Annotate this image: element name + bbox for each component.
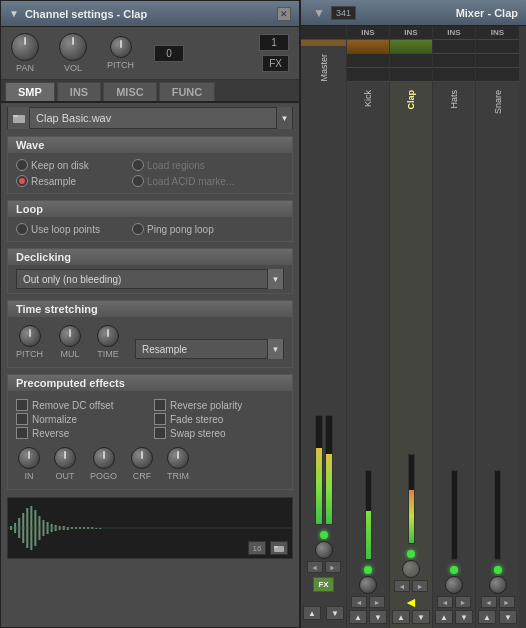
tab-func[interactable]: FUNC [159, 82, 216, 101]
hats-led[interactable] [450, 566, 458, 574]
load-acid-option[interactable]: Load ACID marke... [132, 175, 242, 187]
reverse-polarity-check[interactable] [154, 399, 166, 411]
hats-up-btn[interactable]: ▲ [435, 610, 453, 624]
load-acid-radio[interactable] [132, 175, 144, 187]
pitch-knob[interactable] [110, 36, 132, 58]
kick-down-btn[interactable]: ▼ [369, 610, 387, 624]
remove-dc-option[interactable]: Remove DC offset [16, 399, 146, 411]
waveform-zoom-btn[interactable]: 16 [248, 541, 266, 555]
hats-bottom: ◄ ► [433, 564, 475, 610]
clap-ins-label: INS [390, 26, 432, 40]
fade-stereo-check[interactable] [154, 413, 166, 425]
snare-led[interactable] [494, 566, 502, 574]
tab-smp[interactable]: SMP [5, 82, 55, 101]
pitch-value-display[interactable]: 0 [154, 45, 184, 62]
tab-ins[interactable]: INS [57, 82, 101, 101]
hats-down-btn[interactable]: ▼ [455, 610, 473, 624]
loop-points-label: Use loop points [31, 224, 100, 235]
normalize-check[interactable] [16, 413, 28, 425]
clap-send-right[interactable]: ► [412, 580, 428, 592]
clap-arrow-indicator[interactable]: ◄ [404, 594, 418, 610]
ts-time-knob[interactable] [97, 325, 119, 347]
keep-on-disk-radio[interactable] [16, 159, 28, 171]
snare-pan-knob[interactable] [489, 576, 507, 594]
master-up-btn[interactable]: ▲ [303, 606, 321, 620]
declicking-content: Out only (no bleeding) ▼ [8, 265, 292, 293]
file-selector[interactable]: Clap Basic.wav ▼ [7, 107, 293, 129]
collapse-arrow[interactable]: ▼ [9, 8, 19, 19]
reverse-polarity-option[interactable]: Reverse polarity [154, 399, 284, 411]
vol-knob[interactable] [59, 33, 87, 61]
tab-misc[interactable]: MISC [103, 82, 157, 101]
master-fx-badge[interactable]: FX [313, 577, 333, 592]
in-knob[interactable] [18, 447, 40, 469]
kick-fader-area: Kick [361, 82, 375, 564]
kick-slot1[interactable] [347, 40, 389, 54]
ts-mode-arrow[interactable]: ▼ [267, 339, 283, 359]
snare-send-right[interactable]: ► [499, 596, 515, 608]
reverse-check[interactable] [16, 427, 28, 439]
fx-value-display[interactable]: 1 [259, 34, 289, 51]
resample-option[interactable]: Resample [16, 175, 126, 187]
ts-mul-knob[interactable] [59, 325, 81, 347]
declicking-section: Declicking Out only (no bleeding) ▼ [7, 248, 293, 294]
kick-send-right[interactable]: ► [369, 596, 385, 608]
precomputed-content: Remove DC offset Reverse polarity Normal… [8, 391, 292, 489]
out-knob[interactable] [54, 447, 76, 469]
declicking-arrow[interactable]: ▼ [267, 269, 283, 289]
remove-dc-check[interactable] [16, 399, 28, 411]
mixer-channel-hats: INS Hats ◄ ► [433, 26, 476, 628]
kick-pan-knob[interactable] [359, 576, 377, 594]
ts-mode-dropdown[interactable]: Resample ▼ [135, 339, 284, 359]
trim-knob[interactable] [167, 447, 189, 469]
master-send-left[interactable]: ◄ [307, 561, 323, 573]
declicking-dropdown[interactable]: Out only (no bleeding) ▼ [16, 269, 284, 289]
close-button[interactable]: ✕ [277, 7, 291, 21]
kick-vu-fill [366, 511, 371, 559]
precomputed-header: Precomputed effects [8, 375, 292, 391]
clap-send-left[interactable]: ◄ [394, 580, 410, 592]
kick-send-left[interactable]: ◄ [351, 596, 367, 608]
load-regions-option[interactable]: Load regions [132, 159, 242, 171]
ping-pong-radio[interactable] [132, 223, 144, 235]
fade-stereo-option[interactable]: Fade stereo [154, 413, 284, 425]
clap-up-btn[interactable]: ▲ [392, 610, 410, 624]
swap-stereo-check[interactable] [154, 427, 166, 439]
snare-send-left[interactable]: ◄ [481, 596, 497, 608]
keep-on-disk-option[interactable]: Keep on disk [16, 159, 126, 171]
loop-points-option[interactable]: Use loop points [16, 223, 126, 235]
master-down-btn[interactable]: ▼ [326, 606, 344, 620]
mixer-collapse-arrow[interactable]: ▼ [309, 6, 329, 20]
normalize-option[interactable]: Normalize [16, 413, 146, 425]
clap-pan-knob[interactable] [402, 560, 420, 578]
snare-vu [494, 120, 501, 560]
ping-pong-option[interactable]: Ping pong loop [132, 223, 242, 235]
swap-stereo-option[interactable]: Swap stereo [154, 427, 284, 439]
folder-button[interactable] [8, 107, 30, 129]
loop-points-radio[interactable] [16, 223, 28, 235]
kick-up-btn[interactable]: ▲ [349, 610, 367, 624]
clap-led[interactable] [407, 550, 415, 558]
snare-down-btn[interactable]: ▼ [499, 610, 517, 624]
file-dropdown-arrow[interactable]: ▼ [276, 107, 292, 129]
hats-send-left[interactable]: ◄ [437, 596, 453, 608]
load-regions-radio[interactable] [132, 159, 144, 171]
crf-knob[interactable] [131, 447, 153, 469]
snare-up-btn[interactable]: ▲ [478, 610, 496, 624]
clap-slot1[interactable] [390, 40, 432, 54]
loop-header: Loop [8, 201, 292, 217]
reverse-option[interactable]: Reverse [16, 427, 146, 439]
clap-down-btn[interactable]: ▼ [412, 610, 430, 624]
resample-radio[interactable] [16, 175, 28, 187]
master-pan-knob[interactable] [315, 541, 333, 559]
hats-send-right[interactable]: ► [455, 596, 471, 608]
master-led[interactable] [320, 531, 328, 539]
kick-led[interactable] [364, 566, 372, 574]
pan-knob[interactable] [11, 33, 39, 61]
waveform-folder-btn[interactable] [270, 541, 288, 555]
master-send-right[interactable]: ► [325, 561, 341, 573]
ts-pitch-knob[interactable] [19, 325, 41, 347]
pogo-knob[interactable] [93, 447, 115, 469]
hats-pan-knob[interactable] [445, 576, 463, 594]
kick-vu [365, 113, 372, 560]
